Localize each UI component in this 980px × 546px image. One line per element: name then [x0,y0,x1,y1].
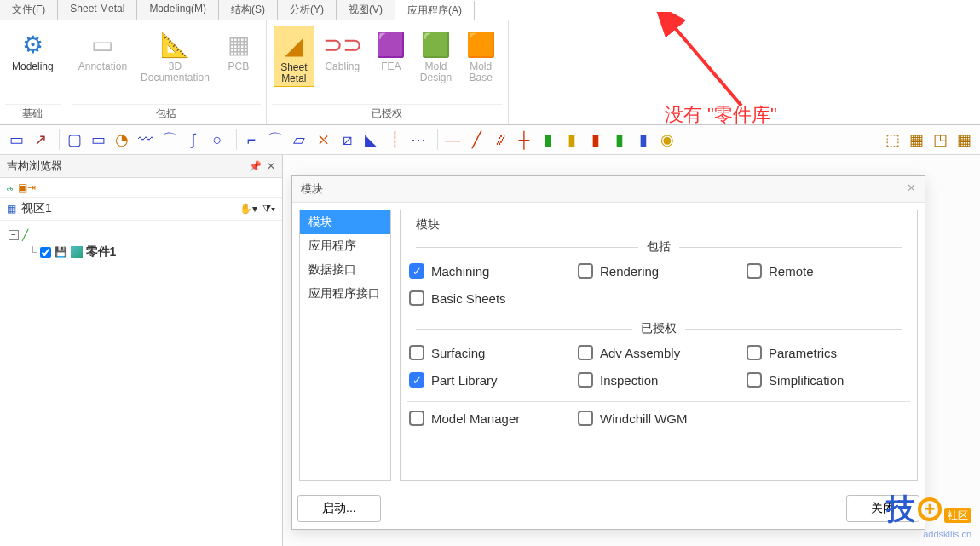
check-label: Rendering [600,264,659,279]
cabling-icon: ⊃⊃ [323,27,362,61]
ribbon-btn-fea[interactable]: 🟪 FEA [371,26,412,74]
tab-sheet-metal[interactable]: Sheet Metal [58,0,137,20]
section-licensed-title: 已授权 [407,321,910,336]
expand-icon[interactable]: − [9,230,19,240]
tool-dash-icon[interactable]: ┊ [383,129,406,151]
structure-browser-toolbar: ஃ ▣⇥ [0,178,282,198]
tool-curve2-icon[interactable]: ⌒ [264,129,286,151]
structure-browser: 吉构浏览器 📌 ✕ ஃ ▣⇥ ▦ 视区1 ✋▾ ⧩▾ − ╱ └ � [0,155,283,546]
ribbon-btn-modeling[interactable]: ⚙ Modeling [7,26,59,74]
close-button[interactable]: 关闭 [846,495,919,522]
check-surfacing[interactable]: Surfacing [409,345,571,360]
dialog-list-item-datalink[interactable]: 数据接口 [300,258,390,282]
dialog-titlebar[interactable]: 模块 ✕ [292,176,925,203]
mold-base-icon: 🟧 [466,27,496,61]
tool-cross-icon[interactable]: ⤬ [312,129,334,151]
tool-corner-icon[interactable]: ◣ [360,129,382,151]
tool-coord-icon[interactable]: ↗ [29,129,51,151]
gear-icon: ⚙ [22,27,43,61]
start-button[interactable]: 启动... [297,495,381,522]
tool-diag2-icon[interactable]: ╱ [465,129,487,151]
viewport-row[interactable]: ▦ 视区1 ✋▾ ⧩▾ [0,198,282,221]
check-part-library[interactable]: ✓Part Library [409,372,571,388]
checkbox-icon [747,345,762,360]
tool-rect2-icon[interactable]: ▭ [87,129,109,151]
tool-line-icon[interactable]: ― [441,129,464,151]
tree-root[interactable]: − ╱ [9,227,274,243]
tool-box4-icon[interactable]: ▮ [608,129,631,151]
tool-bracket-icon[interactable]: ⌐ [240,129,262,151]
tool-box5-icon[interactable]: ▮ [632,129,654,151]
ribbon-btn-cabling[interactable]: ⊃⊃ Cabling [318,26,367,74]
ribbon-btn-pcb[interactable]: ▦ PCB [218,26,259,74]
ribbon-btn-3d-doc[interactable]: 📐 3D Documentation [135,26,215,85]
tool-rect1-icon[interactable]: ▢ [63,129,85,151]
tool-plus-icon[interactable]: ┼ [513,129,535,151]
tool-cube4-icon[interactable]: ▦ [953,129,975,151]
tag-icon[interactable]: ▣⇥ [18,181,36,193]
tool-circle-icon[interactable]: ○ [206,129,228,151]
tab-modeling[interactable]: Modeling(M) [137,0,219,20]
close-icon[interactable]: ✕ [267,160,275,172]
check-label: Basic Sheets [431,291,506,306]
chip-icon: ▦ [228,27,250,61]
check-adv-assembly[interactable]: Adv Assembly [578,345,740,360]
check-rendering[interactable]: Rendering [578,263,740,279]
structure-browser-title: 吉构浏览器 [7,158,62,174]
filter-icon[interactable]: ⧩▾ [262,203,275,215]
dialog-list-item-modules[interactable]: 模块 [300,210,390,234]
tool-arc-icon[interactable]: ⌒ [159,129,181,151]
tool-cube1-icon[interactable]: ⬚ [881,129,903,151]
check-label: Remote [769,264,814,279]
check-parametrics[interactable]: Parametrics [747,345,908,360]
ribbon-btn-annotation[interactable]: ▭ Annotation [73,26,132,74]
tree-item-checkbox[interactable] [40,247,51,258]
tool-wave-icon[interactable]: 〰 [135,129,157,151]
ribbon-btn-mold-design[interactable]: 🟩 Mold Design [415,26,457,85]
tool-gold-icon[interactable]: ◉ [656,129,678,151]
tab-application[interactable]: 应用程序(A) [395,1,475,20]
check-basic-sheets[interactable]: Basic Sheets [409,290,571,306]
tool-dots-icon[interactable]: ⋯ [407,129,429,151]
ribbon-btn-sheet-metal[interactable]: ◢ Sheet Metal [274,26,314,87]
dialog-list-item-applink[interactable]: 应用程序接口 [300,282,390,306]
tool-box3-icon[interactable]: ▮ [585,129,607,151]
fea-icon: 🟪 [376,27,406,61]
checkbox-icon [409,290,424,306]
tool-cube3-icon[interactable]: ◳ [929,129,951,151]
check-windchill-wgm[interactable]: Windchill WGM [578,411,740,426]
check-inspection[interactable]: Inspection [578,372,740,388]
tool-cube2-icon[interactable]: ▦ [905,129,927,151]
pin-icon[interactable]: 📌 [249,160,262,172]
tab-structure[interactable]: 结构(S) [219,0,278,20]
tab-file[interactable]: 文件(F) [0,0,58,20]
check-remote[interactable]: Remote [747,263,908,279]
tool-parallel-icon[interactable]: ⫽ [489,129,511,151]
check-model-manager[interactable]: Model Manager [409,411,571,426]
tool-box2-icon[interactable]: ▮ [561,129,583,151]
tree-item-part[interactable]: └ 💾 零件1 [9,243,274,262]
tab-analysis[interactable]: 分析(Y) [278,0,337,20]
close-icon[interactable]: ✕ [907,181,916,197]
check-machining[interactable]: ✓Machining [409,263,571,279]
ribbon-btn-mold-base[interactable]: 🟧 Mold Base [460,26,501,85]
ribbon-group-basic: ⚙ Modeling 基础 [0,20,66,124]
check-label: Inspection [600,373,658,388]
check-simplification[interactable]: Simplification [747,372,908,388]
tool-screen-icon[interactable]: ▭ [5,129,27,151]
hand-icon[interactable]: ✋▾ [239,203,257,215]
tool-slash-icon[interactable]: ⧄ [336,129,358,151]
checkbox-icon [578,411,593,426]
ribbon-btn-label: FEA [381,61,401,72]
ribbon: ⚙ Modeling 基础 ▭ Annotation 📐 3D Document… [0,20,980,125]
dialog-list-item-apps[interactable]: 应用程序 [300,234,390,258]
tab-view[interactable]: 视图(V) [337,0,395,20]
check-label: Adv Assembly [600,346,680,360]
tool-spline-icon[interactable]: ∫ [182,129,205,151]
checkbox-icon [578,263,593,279]
tool-diag-icon[interactable]: ▱ [288,129,310,151]
tool-box1-icon[interactable]: ▮ [537,129,559,151]
tree-icon[interactable]: ஃ [7,181,13,193]
tool-clock-icon[interactable]: ◔ [111,129,133,151]
ribbon-btn-label: Cabling [325,61,360,72]
